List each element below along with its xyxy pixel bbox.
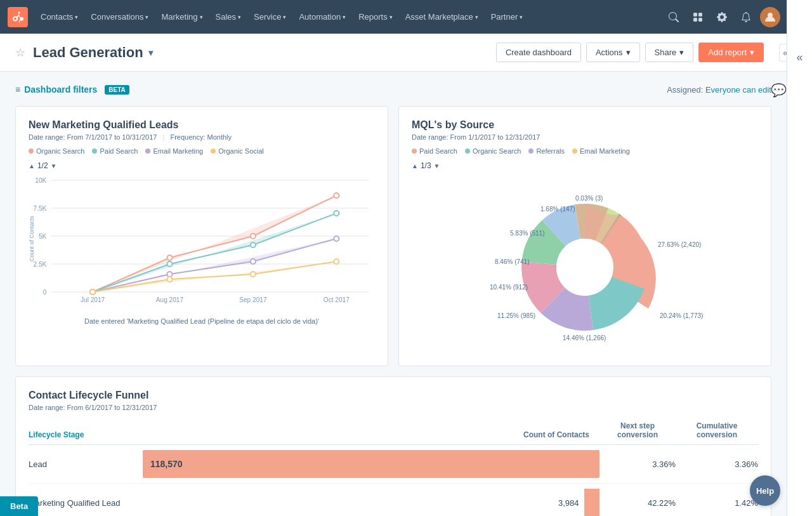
nav-automation[interactable]: Automation ▾ xyxy=(292,0,352,34)
svg-marker-21 xyxy=(93,213,336,292)
line-chart-svg: 10K 7.5K 5K 2.5K 0 Count of Contacts xyxy=(29,175,375,315)
svg-text:5K: 5K xyxy=(39,233,47,240)
nav-reports[interactable]: Reports ▾ xyxy=(352,0,399,34)
funnel-title: Contact Lifecycle Funnel xyxy=(29,390,758,401)
svg-text:Aug 2017: Aug 2017 xyxy=(156,296,184,303)
svg-text:10K: 10K xyxy=(35,177,46,184)
legend-dot-paid-search-pie xyxy=(412,149,417,154)
svg-text:2.5K: 2.5K xyxy=(34,261,47,268)
main-content: ≡ Dashboard filters BETA Assigned: Every… xyxy=(0,72,787,516)
nav-sales[interactable]: Sales ▾ xyxy=(209,0,248,34)
svg-point-24 xyxy=(251,242,256,248)
funnel-next-lead: 3.36% xyxy=(599,460,676,469)
line-chart-next[interactable]: ▼ xyxy=(51,162,57,169)
user-avatar[interactable] xyxy=(760,7,780,27)
funnel-row-mql: Marketing Qualified Lead 3,984 42.22% 1.… xyxy=(29,484,758,516)
dashboard-filters-button[interactable]: ≡ Dashboard filters BETA xyxy=(15,84,129,95)
mql-chart-title: MQL's by Source xyxy=(412,119,758,131)
funnel-next-mql: 42.22% xyxy=(599,498,676,508)
sales-caret: ▾ xyxy=(238,14,241,20)
filter-lines-icon: ≡ xyxy=(15,84,20,95)
nav-partner[interactable]: Partner ▾ xyxy=(485,0,530,34)
svg-text:10.41% (912): 10.41% (912) xyxy=(490,284,528,291)
hubspot-logo[interactable] xyxy=(8,7,28,27)
funnel-stage-lead: Lead xyxy=(29,460,143,469)
pie-chart-svg-container: 27.63% (2,420) 20.24% (1,773) 14.46% (1,… xyxy=(412,175,758,353)
line-chart-legend: Organic Search Paid Search Email Marketi… xyxy=(29,147,375,155)
legend-email-marketing: Email Marketing xyxy=(145,147,203,155)
marketplace-icon-button[interactable] xyxy=(688,7,708,27)
svg-text:7.5K: 7.5K xyxy=(34,205,47,212)
legend-referrals-pie: Referrals xyxy=(528,147,565,155)
notifications-icon-button[interactable] xyxy=(736,7,756,27)
legend-organic-social: Organic Social xyxy=(211,147,264,155)
legend-dot-organic-search-pie xyxy=(465,149,470,154)
legend-organic-search-pie: Organic Search xyxy=(465,147,521,155)
svg-text:14.46% (1,266): 14.46% (1,266) xyxy=(563,334,606,341)
pie-chart-next[interactable]: ▼ xyxy=(434,162,440,169)
funnel-bar-mql xyxy=(584,489,599,516)
line-chart-svg-container: 10K 7.5K 5K 2.5K 0 Count of Contacts xyxy=(29,175,375,315)
filters-row: ≡ Dashboard filters BETA Assigned: Every… xyxy=(15,84,771,95)
svg-point-18 xyxy=(167,255,172,260)
share-button[interactable]: Share ▾ xyxy=(645,43,694,62)
add-report-caret-icon: ▾ xyxy=(750,48,754,57)
search-icon-button[interactable] xyxy=(664,7,684,27)
nav-asset-marketplace[interactable]: Asset Marketplace ▾ xyxy=(399,0,485,34)
funnel-cumulative-lead: 3.36% xyxy=(676,460,758,469)
page-title: Lead Generation ▾ xyxy=(33,44,153,61)
nav-conversations[interactable]: Conversations ▾ xyxy=(84,0,155,34)
mql-by-source-chart-card: MQL's by Source Date range: From 1/1/201… xyxy=(398,106,771,366)
legend-dot-referrals-pie xyxy=(528,149,534,154)
funnel-subtitle: Date range: From 6/1/2017 to 12/31/2017 xyxy=(29,404,758,411)
funnel-value-mql: 3,984 xyxy=(558,498,579,508)
funnel-card: Contact Lifecycle Funnel Date range: Fro… xyxy=(15,376,771,516)
svg-point-20 xyxy=(334,193,339,198)
svg-point-36 xyxy=(556,239,613,296)
assigned-link[interactable]: Everyone can edit xyxy=(705,85,771,95)
beta-bottom-button[interactable]: Beta xyxy=(0,496,38,516)
funnel-stage-col-header: Lifecycle Stage xyxy=(29,430,143,439)
reports-caret: ▾ xyxy=(390,14,393,20)
add-report-button[interactable]: Add report ▾ xyxy=(698,43,764,62)
svg-point-32 xyxy=(90,289,95,294)
automation-caret: ▾ xyxy=(343,14,346,20)
line-chart-prev[interactable]: ▲ xyxy=(29,162,35,169)
funnel-cumulative-mql: 1.42% xyxy=(676,498,758,508)
nav-icon-group: ▾ xyxy=(664,7,804,27)
create-dashboard-button[interactable]: Create dashboard xyxy=(496,43,581,62)
actions-button[interactable]: Actions ▾ xyxy=(586,43,640,62)
mqls-chart-subtitle: Date range: From 7/1/2017 to 10/31/2017 … xyxy=(29,133,375,141)
pie-chart-prev[interactable]: ▲ xyxy=(412,162,418,169)
svg-point-19 xyxy=(251,234,256,239)
top-navigation: Contacts ▾ Conversations ▾ Marketing ▾ S… xyxy=(0,0,812,34)
svg-text:5.83% (511): 5.83% (511) xyxy=(510,230,544,237)
svg-text:0.03% (3): 0.03% (3) xyxy=(575,195,603,202)
nav-contacts[interactable]: Contacts ▾ xyxy=(34,0,84,34)
funnel-row-lead: Lead 118,570 3.36% 3.36% xyxy=(29,445,758,484)
service-caret: ▾ xyxy=(283,14,286,20)
svg-text:1.68% (147): 1.68% (147) xyxy=(540,206,575,213)
legend-email-pie: Email Marketing xyxy=(572,147,630,155)
nav-service[interactable]: Service ▾ xyxy=(247,0,292,34)
svg-text:Count of Contacts: Count of Contacts xyxy=(29,216,35,261)
conversations-caret: ▾ xyxy=(145,14,148,20)
chat-icon[interactable]: 💬 xyxy=(771,83,787,98)
svg-text:0: 0 xyxy=(43,289,47,296)
svg-text:Sep 2017: Sep 2017 xyxy=(239,296,267,303)
funnel-contacts-col-header: Count of Contacts xyxy=(143,430,599,439)
title-dropdown-icon[interactable]: ▾ xyxy=(148,48,153,58)
legend-dot-organic-search xyxy=(29,149,34,154)
nav-marketing[interactable]: Marketing ▾ xyxy=(155,0,209,34)
svg-marker-16 xyxy=(93,195,336,292)
settings-icon-button[interactable] xyxy=(712,7,732,27)
legend-organic-search: Organic Search xyxy=(29,147,84,155)
help-button[interactable]: Help xyxy=(750,475,780,506)
favorite-star-icon[interactable]: ☆ xyxy=(15,46,25,60)
funnel-bar-mql-cell: 3,984 xyxy=(143,489,599,516)
line-chart-nav: ▲ 1/2 ▼ xyxy=(29,161,375,170)
funnel-table-header: Lifecycle Stage Count of Contacts Next s… xyxy=(29,421,758,445)
svg-point-30 xyxy=(334,236,339,241)
legend-paid-search-pie: Paid Search xyxy=(412,147,457,155)
collapse-right-icon[interactable]: « xyxy=(796,51,802,64)
